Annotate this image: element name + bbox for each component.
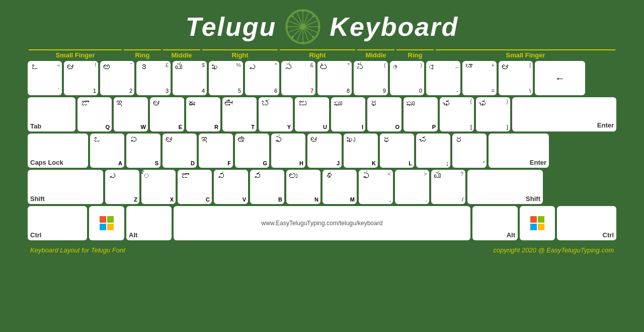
key-letter-f: F	[227, 160, 231, 166]
key-i[interactable]: ఘు I	[331, 97, 365, 131]
key-telugu-3: ౩	[139, 62, 148, 73]
key-telugu-o: ధ	[370, 99, 379, 109]
key-4[interactable]: య $ 4	[173, 61, 207, 95]
key-ctrl-left[interactable]: Ctrl	[28, 206, 87, 240]
key-letter-d: D	[191, 160, 195, 166]
key-shift-right[interactable]: Shift	[467, 170, 543, 204]
key-slash[interactable]: య ? /	[431, 170, 465, 204]
key-5[interactable]: ఖ % 5	[209, 61, 243, 95]
title-left: Telugu	[186, 12, 277, 42]
key-g[interactable]: ఉ G	[235, 134, 269, 168]
key-capslock[interactable]: Caps Lock	[28, 134, 88, 168]
key-enter[interactable]: Enter	[489, 134, 549, 168]
key-letter-z: Z	[134, 196, 137, 203]
asdf-row: Caps Lock ఒ A ఏ S ఆ D ఇ F ఉ G ఫ H ఆ J	[28, 134, 616, 168]
key-f[interactable]: ఇ F	[199, 134, 233, 168]
key-x[interactable]: ్ X	[141, 170, 176, 204]
key-telugu-h: ఫ	[274, 135, 283, 145]
key-3[interactable]: ౩ £ 3	[136, 61, 171, 95]
key-space[interactable]: www.EasyTeluguTyping.com/telugu/keyboard	[174, 206, 470, 240]
key-y[interactable]: భ Y	[259, 97, 293, 131]
key-shift-left[interactable]: Shift	[28, 170, 103, 204]
key-7[interactable]: స & 7	[281, 61, 315, 95]
key-9[interactable]: న ( 9	[354, 61, 388, 95]
key-telugu-j: ఆ	[310, 135, 318, 145]
key-lbracket[interactable]: ఛ { [	[440, 97, 474, 131]
capslock-label: Caps Lock	[30, 159, 63, 166]
key-n[interactable]: లు N	[286, 170, 320, 204]
header: Telugu	[0, 0, 644, 49]
key-u[interactable]: జు U	[295, 97, 329, 131]
key-semicolon[interactable]: చ ;	[416, 134, 450, 168]
key-shift-slash: ?	[460, 171, 463, 177]
key-8[interactable]: ట * 8	[317, 61, 352, 95]
svg-line-7	[293, 17, 303, 27]
key-h[interactable]: ఫ H	[271, 134, 305, 168]
key-rbracket[interactable]: ఛ } ]	[476, 97, 510, 131]
key-telugu-v: వ	[216, 171, 225, 181]
key-m[interactable]: శ M	[323, 170, 357, 204]
key-z[interactable]: ఎ Z	[105, 170, 139, 204]
key-s[interactable]: ఏ S	[126, 134, 160, 168]
key-backtick[interactable]: ఒ ¬ `	[28, 61, 62, 95]
key-quote[interactable]: ర '	[452, 134, 487, 168]
key-q[interactable]: జా Q	[77, 97, 112, 131]
key-win-left[interactable]	[89, 206, 124, 240]
key-b[interactable]: వ B	[250, 170, 284, 204]
key-1[interactable]: ఆ ! 1	[64, 61, 98, 95]
finger-label-small-finger-l: Small Finger	[29, 49, 122, 59]
key-p[interactable]: ఘు P	[404, 97, 438, 131]
key-o[interactable]: ధ O	[367, 97, 401, 131]
key-telugu-p: ఘు	[406, 99, 415, 109]
key-w[interactable]: ఇ W	[114, 97, 148, 131]
key-d[interactable]: ఆ D	[163, 134, 197, 168]
key-letter-u: U	[323, 124, 327, 130]
key-l[interactable]: ధ L	[380, 134, 414, 168]
finger-label-middle-r: Middle	[357, 49, 394, 59]
key-shift-6: ^	[275, 62, 277, 68]
key-backslash-num[interactable]: ఆ | \	[499, 61, 533, 95]
key-telugu-q: జా	[80, 99, 89, 109]
key-alt-left[interactable]: Alt	[126, 206, 172, 240]
key-equals[interactable]: బూ + =	[462, 61, 497, 95]
key-sym-2: 2	[129, 88, 132, 94]
key-a[interactable]: ఒ A	[90, 134, 124, 168]
key-telugu-x: ్	[144, 171, 148, 181]
key-sym-comma: ,	[389, 196, 391, 203]
key-period[interactable]: > .	[395, 170, 429, 204]
key-r[interactable]: ఈ R	[186, 97, 220, 131]
key-t[interactable]: ఊ T	[222, 97, 257, 131]
key-v[interactable]: వ V	[214, 170, 248, 204]
key-j[interactable]: ఆ J	[307, 134, 342, 168]
key-telugu-m: శ	[325, 171, 335, 181]
key-shift-1: !	[95, 62, 96, 68]
key-shift-3: £	[166, 62, 169, 68]
key-sym-backslash-num: \	[529, 88, 531, 94]
key-0[interactable]: ం ) 0	[390, 61, 424, 95]
key-ctrl-right[interactable]: Ctrl	[557, 206, 616, 240]
ctrl-left-label: Ctrl	[30, 231, 41, 239]
key-sym-9: 9	[383, 88, 386, 94]
key-backspace[interactable]: ←	[535, 61, 585, 95]
ashoka-wheel-icon	[285, 9, 320, 44]
key-2[interactable]: అ " 2	[100, 61, 134, 95]
key-enter-wide[interactable]: Enter	[512, 97, 616, 131]
key-win-right[interactable]	[520, 206, 555, 240]
key-6[interactable]: ఎ ^ 6	[245, 61, 279, 95]
shift-right-label: Shift	[526, 195, 540, 203]
key-telugu-quote: ర	[455, 135, 464, 145]
key-letter-y: Y	[287, 124, 291, 130]
tab-label: Tab	[30, 122, 41, 130]
key-tab[interactable]: Tab	[28, 97, 75, 131]
key-alt-right[interactable]: Alt	[472, 206, 518, 240]
key-c[interactable]: జా C	[178, 170, 212, 204]
key-e[interactable]: ఆ E	[150, 97, 184, 131]
key-telugu-g: ఉ	[237, 135, 247, 145]
key-k[interactable]: ఖు K	[344, 134, 378, 168]
shift-left-label: Shift	[30, 195, 45, 203]
key-telugu-backtick: ఒ	[30, 62, 39, 73]
key-telugu-i: ఘు	[334, 99, 342, 109]
key-minus[interactable]: ః _ -	[426, 61, 460, 95]
key-comma[interactable]: ఫ < ,	[359, 170, 393, 204]
key-letter-a: A	[118, 160, 122, 166]
